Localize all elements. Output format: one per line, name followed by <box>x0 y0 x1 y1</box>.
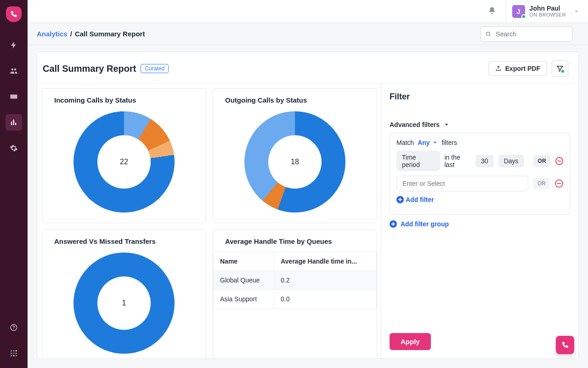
user-menu[interactable]: J John Paul ON BROWSER <box>512 5 580 18</box>
chevron-down-icon <box>573 8 580 15</box>
report-card: Call Summary Report Curated Export PDF <box>37 52 579 359</box>
match-prefix: Match <box>396 139 414 146</box>
filter-toggle-button[interactable] <box>552 60 568 77</box>
dialer-fab[interactable] <box>556 336 574 354</box>
breadcrumb-root[interactable]: Analytics <box>37 30 68 38</box>
match-mode-select[interactable]: Any <box>418 139 438 146</box>
apply-button[interactable]: Apply <box>390 333 431 350</box>
chip-time-period[interactable]: Time period <box>396 151 440 171</box>
svg-rect-3 <box>13 350 15 351</box>
plus-circle-icon <box>390 220 397 228</box>
product-logo[interactable] <box>6 6 22 22</box>
search-input-wrap[interactable] <box>481 26 572 42</box>
aht-row-value: 0.2 <box>274 271 376 290</box>
presence-dot <box>521 14 526 19</box>
nav-item-activity[interactable] <box>6 37 22 53</box>
svg-rect-9 <box>13 355 15 356</box>
nav-item-billing[interactable] <box>6 88 22 105</box>
subheader: Analytics / Call Summary Report <box>28 23 588 45</box>
aht-row-value: 0.0 <box>274 290 376 309</box>
advanced-filters-toggle[interactable]: Advanced filters <box>390 121 570 128</box>
svg-rect-2 <box>11 350 12 351</box>
topbar: J John Paul ON BROWSER <box>28 0 588 23</box>
donut-center-value: 1 <box>97 276 151 330</box>
phone-icon <box>10 10 18 18</box>
filter-group: Match Any filters Time period in <box>390 133 570 215</box>
svg-rect-8 <box>11 355 12 356</box>
filter-field-input[interactable] <box>396 176 528 191</box>
dashboard-area: Incoming Calls by Status 22 Outgoing Cal… <box>37 84 381 358</box>
export-pdf-label: Export PDF <box>505 65 540 72</box>
breadcrumb-sep: / <box>70 30 72 38</box>
svg-rect-6 <box>13 353 15 354</box>
widget-title: Answered Vs Missed Transfers <box>54 237 199 245</box>
widget-title: Incoming Calls by Status <box>54 96 199 104</box>
or-pill[interactable]: OR <box>533 155 551 167</box>
breadcrumb: Analytics / Call Summary Report <box>37 30 145 38</box>
advanced-filters-label: Advanced filters <box>390 121 440 128</box>
svg-point-11 <box>486 32 490 35</box>
donut-incoming[interactable]: 22 <box>74 111 175 213</box>
chip-unit[interactable]: Days <box>498 155 524 167</box>
grid-icon <box>10 349 18 357</box>
nav-item-settings[interactable] <box>6 140 22 156</box>
widget-incoming-calls: Incoming Calls by Status 22 <box>42 88 206 223</box>
svg-rect-7 <box>16 353 17 354</box>
add-filter-group-button[interactable]: Add filter group <box>390 220 570 228</box>
triangle-down-icon <box>432 139 438 146</box>
svg-rect-5 <box>11 353 12 354</box>
widget-outgoing-calls: Outgoing Calls by Status 18 <box>213 88 377 223</box>
page-title: Call Summary Report <box>43 63 136 74</box>
search-input[interactable] <box>495 30 567 38</box>
triangle-down-icon <box>443 121 450 128</box>
widget-aht: Average Handle Time by Queues Name Avera… <box>213 230 377 358</box>
export-icon <box>495 65 502 72</box>
match-suffix: filters <box>442 139 457 146</box>
nav-item-contacts[interactable] <box>6 63 22 79</box>
table-row[interactable]: Asia Support 0.0 <box>214 290 377 309</box>
table-row[interactable]: Global Queue 0.2 <box>214 271 377 290</box>
bolt-icon <box>10 41 18 49</box>
card-icon <box>10 92 18 101</box>
avatar-initial: J <box>517 8 520 15</box>
aht-row-name: Asia Support <box>214 290 274 309</box>
search-icon <box>486 31 491 37</box>
filter-title: Filter <box>390 92 570 102</box>
bell-icon <box>488 6 496 15</box>
widget-title: Outgoing Calls by Status <box>225 96 370 104</box>
widget-transfers: Answered Vs Missed Transfers 1 <box>42 230 206 358</box>
add-filter-button[interactable]: Add filter <box>396 196 434 203</box>
aht-table: Name Average Handle time in... Global Qu… <box>213 252 377 309</box>
nav-item-help[interactable] <box>6 319 22 336</box>
user-name: John Paul <box>530 5 566 12</box>
widget-title: Average Handle Time by Queues <box>225 237 377 245</box>
or-pill-disabled: OR <box>533 178 550 190</box>
avatar: J <box>512 5 525 18</box>
gear-icon <box>10 144 18 152</box>
donut-outgoing[interactable]: 18 <box>244 111 345 213</box>
svg-rect-10 <box>16 355 17 356</box>
svg-point-1 <box>13 329 14 330</box>
chart-bar-icon <box>10 118 18 126</box>
donut-center-value: 18 <box>268 135 322 189</box>
export-pdf-button[interactable]: Export PDF <box>488 61 547 76</box>
nav-item-apps[interactable] <box>6 345 22 362</box>
chip-value[interactable]: 30 <box>475 155 494 167</box>
notifications-button[interactable] <box>488 6 496 16</box>
svg-rect-4 <box>16 350 17 351</box>
filter-active-dot <box>560 69 565 74</box>
nav-item-analytics[interactable] <box>6 114 22 131</box>
plus-circle-icon <box>396 196 404 203</box>
help-circle-icon <box>10 323 18 332</box>
app-sidebar <box>0 0 28 368</box>
aht-col-value: Average Handle time in... <box>274 252 376 271</box>
phone-icon <box>561 341 569 349</box>
vertical-divider <box>505 1 506 22</box>
filter-panel: Filter Advanced filters Match <box>381 84 578 358</box>
in-the-last-label: in the last <box>445 154 471 168</box>
curated-badge: Curated <box>141 64 169 73</box>
people-icon <box>10 67 18 75</box>
donut-transfers[interactable]: 1 <box>74 253 175 354</box>
remove-filter-button[interactable] <box>555 179 563 188</box>
remove-filter-button[interactable] <box>555 157 563 165</box>
